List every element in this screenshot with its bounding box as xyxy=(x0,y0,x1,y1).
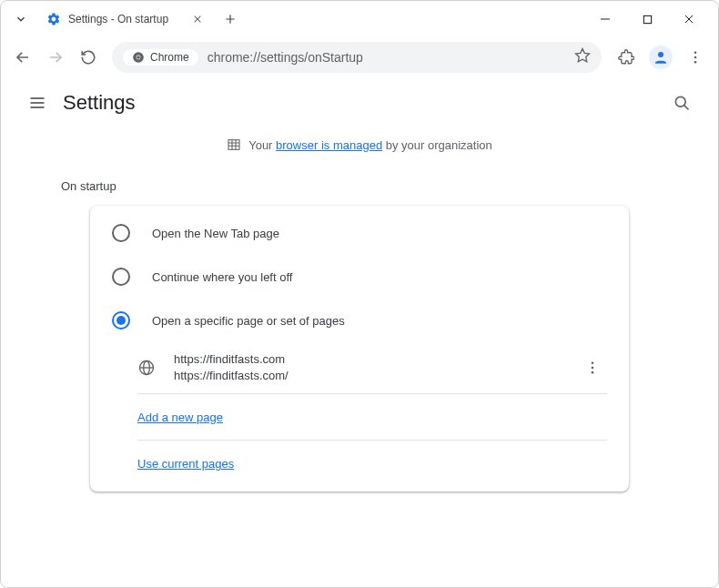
radio-icon xyxy=(112,311,130,329)
radio-icon xyxy=(112,268,130,286)
svg-point-31 xyxy=(592,362,594,365)
chrome-icon xyxy=(132,51,145,64)
svg-point-14 xyxy=(658,52,663,57)
svg-line-22 xyxy=(684,106,689,110)
managed-text: Your browser is managed by your organiza… xyxy=(248,138,492,152)
close-window-button[interactable] xyxy=(676,6,702,32)
maximize-button[interactable] xyxy=(634,6,660,32)
svg-rect-23 xyxy=(228,140,239,150)
close-icon[interactable] xyxy=(190,12,205,26)
radio-label: Open a specific page or set of pages xyxy=(152,314,345,328)
add-page-row: Add a new page xyxy=(90,394,629,440)
radio-continue[interactable]: Continue where you left off xyxy=(90,255,629,299)
managed-notice: Your browser is managed by your organiza… xyxy=(19,128,700,170)
gear-icon xyxy=(46,12,61,26)
browser-tab[interactable]: Settings - On startup xyxy=(39,5,212,34)
browser-toolbar: Chrome chrome://settings/onStartup xyxy=(1,37,718,77)
svg-point-33 xyxy=(592,371,594,374)
startup-card: Open the New Tab page Continue where you… xyxy=(90,206,629,492)
site-chip[interactable]: Chrome xyxy=(123,49,198,66)
bookmark-star-icon[interactable] xyxy=(574,47,591,67)
settings-content: Your browser is managed by your organiza… xyxy=(1,128,718,492)
svg-point-12 xyxy=(137,56,140,59)
extensions-button[interactable] xyxy=(611,42,642,73)
use-current-link[interactable]: Use current pages xyxy=(137,457,234,471)
back-button[interactable] xyxy=(8,43,37,72)
svg-point-15 xyxy=(694,51,697,54)
add-page-link[interactable]: Add a new page xyxy=(137,411,223,424)
window-titlebar: Settings - On startup xyxy=(1,1,718,37)
new-tab-button[interactable] xyxy=(218,6,243,32)
svg-marker-13 xyxy=(576,49,590,62)
page-row-menu[interactable] xyxy=(578,353,607,382)
avatar-icon xyxy=(649,46,673,69)
globe-icon xyxy=(137,359,156,377)
page-title: Settings xyxy=(63,91,136,115)
svg-point-32 xyxy=(592,367,594,370)
url-text: chrome://settings/onStartup xyxy=(208,50,574,65)
svg-point-17 xyxy=(694,61,697,64)
svg-rect-5 xyxy=(643,15,651,23)
svg-point-21 xyxy=(675,96,685,106)
chip-label: Chrome xyxy=(150,51,189,64)
radio-new-tab[interactable]: Open the New Tab page xyxy=(90,211,629,255)
settings-header: Settings xyxy=(1,77,718,128)
radio-specific-pages[interactable]: Open a specific page or set of pages xyxy=(90,299,629,342)
radio-label: Continue where you left off xyxy=(152,270,292,284)
tab-title: Settings - On startup xyxy=(68,13,190,25)
profile-button[interactable] xyxy=(645,42,676,73)
use-current-row: Use current pages xyxy=(90,441,629,486)
minimize-button[interactable] xyxy=(592,6,618,32)
radio-icon xyxy=(112,224,130,242)
hamburger-menu-button[interactable] xyxy=(19,85,56,121)
managed-link[interactable]: browser is managed xyxy=(276,138,382,152)
radio-label: Open the New Tab page xyxy=(152,227,279,240)
forward-button[interactable] xyxy=(41,43,70,72)
section-title: On startup xyxy=(19,170,700,206)
tab-list-dropdown[interactable] xyxy=(8,6,34,32)
window-controls xyxy=(592,6,711,32)
address-bar[interactable]: Chrome chrome://settings/onStartup xyxy=(112,42,602,73)
startup-page-row: https://finditfasts.com https://finditfa… xyxy=(90,342,629,393)
search-button[interactable] xyxy=(663,85,700,121)
kebab-menu-button[interactable] xyxy=(680,42,711,73)
reload-button[interactable] xyxy=(74,43,103,72)
svg-point-16 xyxy=(694,56,697,59)
building-icon xyxy=(227,137,241,152)
page-url-text: https://finditfasts.com https://finditfa… xyxy=(174,351,560,384)
